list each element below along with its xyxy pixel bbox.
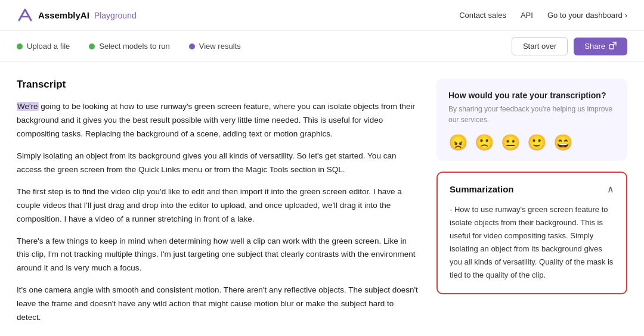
step-dot-view-results <box>189 43 195 49</box>
navbar-right: Contact sales API Go to your dashboard › <box>459 11 627 20</box>
transcript-section: Transcript We're going to be looking at … <box>17 79 420 336</box>
transcript-para-2: Simply isolating an object from its back… <box>17 150 420 177</box>
emoji-angry[interactable]: 😠 <box>448 135 467 150</box>
dashboard-link[interactable]: Go to your dashboard › <box>547 11 627 20</box>
transcript-para-3: The first step is to find the video clip… <box>17 185 420 226</box>
step-view-results-label: View results <box>199 42 241 51</box>
summary-header: Summarization ∧ <box>450 183 614 195</box>
contact-sales-link[interactable]: Contact sales <box>459 11 506 20</box>
navbar-left: AssemblyAI Playground <box>17 7 137 24</box>
main-content: Transcript We're going to be looking at … <box>0 62 644 336</box>
rating-subtitle: By sharing your feedback you're helping … <box>448 104 615 125</box>
share-button[interactable]: Share <box>574 38 627 55</box>
start-over-button[interactable]: Start over <box>512 37 568 55</box>
transcript-para-5: It's one camera angle with smooth and co… <box>17 284 420 325</box>
emoji-neutral[interactable]: 😐 <box>501 135 520 150</box>
step-dot-upload <box>17 43 23 49</box>
transcript-para-4: There's a few things to keep in mind whe… <box>17 235 420 276</box>
steps-bar: Upload a file Select models to run View … <box>0 31 644 62</box>
assemblyai-logo-icon <box>17 7 33 24</box>
emoji-excited[interactable]: 😄 <box>553 135 572 150</box>
step-upload-label: Upload a file <box>27 42 70 51</box>
steps-left: Upload a file Select models to run View … <box>17 42 241 51</box>
chevron-up-icon[interactable]: ∧ <box>607 183 614 195</box>
rating-title: How would you rate your transcription? <box>448 91 615 100</box>
transcript-highlight-we: We're <box>17 102 39 111</box>
brand-name: AssemblyAI <box>38 10 89 20</box>
step-select-models[interactable]: Select models to run <box>89 42 170 51</box>
api-link[interactable]: API <box>521 11 533 20</box>
share-label: Share <box>584 42 605 51</box>
transcript-title: Transcript <box>17 79 420 91</box>
emoji-row: 😠 🙁 😐 🙂 😄 <box>448 135 615 150</box>
emoji-happy[interactable]: 🙂 <box>527 135 546 150</box>
transcript-para-6: And of course, the quality of the mask i… <box>17 333 420 336</box>
step-select-models-label: Select models to run <box>99 42 170 51</box>
arrow-right-icon: › <box>625 11 627 20</box>
transcript-body: We're going to be looking at how to use … <box>17 100 420 336</box>
step-upload[interactable]: Upload a file <box>17 42 70 51</box>
summarization-card: Summarization ∧ - How to use runway's gr… <box>436 172 627 294</box>
step-view-results[interactable]: View results <box>189 42 241 51</box>
playground-label: Playground <box>94 11 137 20</box>
step-dot-select-models <box>89 43 95 49</box>
steps-right: Start over Share <box>512 37 627 55</box>
rating-card: How would you rate your transcription? B… <box>436 79 627 161</box>
sidebar: How would you rate your transcription? B… <box>436 79 627 294</box>
share-icon <box>609 42 617 51</box>
navbar: AssemblyAI Playground Contact sales API … <box>0 0 644 31</box>
summary-text: - How to use runway's green screen featu… <box>450 203 614 282</box>
transcript-para-1-rest: going to be looking at how to use runway… <box>17 102 415 138</box>
transcript-para-1: We're going to be looking at how to use … <box>17 100 420 141</box>
summary-title: Summarization <box>450 184 514 194</box>
emoji-sad[interactable]: 🙁 <box>475 135 494 150</box>
